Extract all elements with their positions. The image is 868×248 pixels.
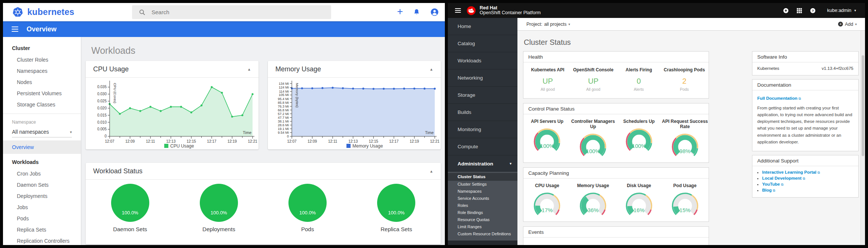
interactive-learning-portal-link[interactable]: Interactive Learning Portal [762, 170, 820, 174]
status-side-column: Software Info Kubernetes v1.13.4+f2cc675… [752, 51, 859, 198]
memory-usage-chart: 09.54 Mi19.1 Mi28.6 Mi38.1 Mi47.7 Mi57.2… [268, 78, 441, 149]
svg-text:12:17: 12:17 [389, 139, 398, 143]
nav-item-workloads[interactable]: Workloads [448, 52, 517, 69]
youtube-link[interactable]: YouTube [762, 182, 783, 186]
k8s-appbar: Overview [3, 21, 445, 37]
gauge-label: API Servers Up [524, 119, 570, 124]
openshift-console-window: Red Hat OpenShift Container Platform [448, 3, 865, 245]
subnav-item-custom-resource-definitions[interactable]: Custom Resource Definitions [448, 230, 517, 238]
sidebar-heading-cluster[interactable]: Cluster [3, 42, 81, 54]
sidebar-item-replica-sets[interactable]: Replica Sets [3, 224, 81, 235]
software-info-title: Software Info [752, 52, 858, 62]
scrollbar-thumb[interactable] [862, 55, 864, 156]
subnav-item-limit-ranges[interactable]: Limit Ranges [448, 223, 517, 230]
nav-item-compute[interactable]: Compute [448, 138, 517, 155]
k8s-topbar: kubernetes Search + [3, 3, 445, 21]
sidebar-item-jobs[interactable]: Jobs [3, 202, 81, 213]
search-input[interactable]: Search [132, 5, 331, 19]
namespace-select[interactable]: All namespaces ▾ [12, 126, 72, 137]
menu-icon[interactable] [12, 27, 18, 32]
subnav-item-service-accounts[interactable]: Service Accounts [448, 195, 517, 202]
project-selector[interactable]: Project: all projects ▾ [526, 22, 570, 27]
username: kube:admin [827, 8, 852, 13]
app-launcher-grid-icon[interactable] [797, 8, 802, 13]
svg-text:47.7 Mi: 47.7 Mi [278, 116, 289, 120]
brand-text: Red Hat OpenShift Container Platform [480, 6, 541, 16]
full-documentation-link[interactable]: Full Documentation [757, 96, 801, 100]
help-icon[interactable]: ? [810, 8, 816, 13]
collapse-icon[interactable]: ▲ [430, 169, 433, 173]
sidebar-item-namespaces[interactable]: Namespaces [3, 65, 81, 77]
scrollbar[interactable] [861, 31, 865, 245]
health-value: 0 [616, 77, 662, 86]
pie-chart[interactable]: 100.0% [200, 184, 238, 222]
nav-item-builds[interactable]: Builds [448, 104, 517, 121]
pie-chart[interactable]: 100.0% [377, 184, 415, 222]
brand-line2: OpenShift Container Platform [480, 10, 541, 16]
kubernetes-logo[interactable]: kubernetes [3, 6, 74, 18]
subnav-item-cluster-settings[interactable]: Cluster Settings [448, 181, 517, 188]
redhat-brand[interactable]: Red Hat OpenShift Container Platform [466, 6, 541, 16]
nav-item-administration[interactable]: Administration ▾ [448, 155, 517, 172]
sidebar-heading-workloads[interactable]: Workloads [3, 156, 81, 168]
kubernetes-logo-icon [12, 6, 24, 18]
menu-icon[interactable] [455, 8, 461, 13]
subnav-item-cluster-status[interactable]: Cluster Status [448, 173, 517, 181]
nav-item-networking[interactable]: Networking [448, 69, 517, 87]
subnav-item-role-bindings[interactable]: Role Bindings [448, 209, 517, 216]
copy-login-icon[interactable] [783, 8, 789, 13]
memory-usage-card-header: Memory Usage ▲ [268, 61, 441, 78]
pie-chart[interactable]: 100.0% [288, 184, 327, 222]
add-label: Add [845, 22, 853, 27]
svg-text:?: ? [812, 9, 814, 12]
gauge-chart: 15% [664, 192, 706, 216]
add-button[interactable]: + Add ▾ [838, 22, 857, 27]
subnav-item-namespaces[interactable]: Namespaces [448, 188, 517, 195]
nav-item-catalog[interactable]: Catalog [448, 35, 517, 52]
svg-text:0: 0 [104, 134, 107, 138]
sidebar-item-replication-controllers[interactable]: Replication Controllers [3, 235, 81, 245]
nav-item-home[interactable]: Home [448, 18, 517, 35]
subnav-item-roles[interactable]: Roles [448, 202, 517, 209]
pie-caption: Daemon Sets [113, 226, 147, 232]
workload-status-card: Workload Status ▲ 100.0% Daemon Sets 100… [86, 163, 441, 244]
collapse-icon[interactable]: ▲ [430, 67, 433, 71]
gauge-value: 98% [664, 148, 706, 154]
pie-daemon-sets: 100.0% Daemon Sets [86, 180, 174, 244]
sidebar-item-overview[interactable]: Overview [3, 140, 81, 154]
nav-item-monitoring[interactable]: Monitoring [448, 121, 517, 138]
svg-text:0.005: 0.005 [97, 127, 107, 131]
documentation-text: From getting started with creating your … [757, 105, 853, 145]
collapse-icon[interactable]: ▲ [247, 67, 251, 71]
subnav-item-resource-quotas[interactable]: Resource Quotas [448, 216, 517, 223]
pie-value: 100.0% [122, 210, 138, 216]
k8s-sidebar: Cluster Cluster Roles Namespaces Nodes P… [3, 37, 81, 245]
sidebar-item-daemon-sets[interactable]: Daemon Sets [3, 179, 81, 190]
sidebar-item-cron-jobs[interactable]: Cron Jobs [3, 168, 81, 179]
svg-text:12:11: 12:11 [146, 139, 155, 143]
user-menu[interactable]: kube:admin ▾ [827, 8, 856, 13]
local-development-link[interactable]: Local Development [762, 176, 805, 180]
gauge-label: Pod Usage [662, 183, 708, 188]
sidebar-item-persistent-volumes[interactable]: Persistent Volumes [3, 88, 81, 99]
gauge-api-servers: API Servers Up 100% [524, 119, 570, 157]
notifications-bell-icon[interactable] [413, 8, 421, 16]
pie-chart[interactable]: 100.0% [111, 184, 149, 222]
nav-item-storage[interactable]: Storage [448, 87, 517, 104]
pie-value: 100.0% [388, 210, 404, 216]
gauge-schedulers: Schedulers Up 100% [616, 119, 662, 157]
create-resource-button[interactable]: + [397, 7, 403, 17]
documentation-title: Documentation [752, 80, 858, 90]
sidebar-item-cluster-roles[interactable]: Cluster Roles [3, 54, 81, 65]
events-card-title: Events [523, 227, 709, 238]
cpu-usage-card-header: CPU Usage ▲ [86, 61, 259, 78]
health-value: 2 [661, 77, 707, 86]
sidebar-item-storage-classes[interactable]: Storage Classes [3, 99, 81, 110]
account-icon[interactable] [430, 8, 439, 16]
redhat-logo-icon [466, 6, 476, 16]
sidebar-item-nodes[interactable]: Nodes [3, 77, 81, 88]
svg-text:12:13: 12:13 [166, 139, 175, 143]
sidebar-item-deployments[interactable]: Deployments [3, 190, 81, 202]
blog-link[interactable]: Blog [762, 188, 775, 192]
sidebar-item-pods[interactable]: Pods [3, 213, 81, 224]
